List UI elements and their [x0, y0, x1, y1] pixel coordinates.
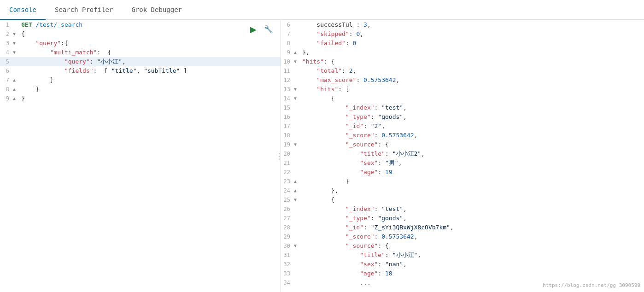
output-text: "sex": "男",	[300, 158, 402, 168]
resize-handle[interactable]	[278, 20, 281, 292]
output-line-number: 29	[281, 232, 294, 241]
output-line: 15 "_index": "test",	[281, 103, 644, 112]
line-number: 8	[0, 85, 13, 94]
output-fold-icon[interactable]: ▲	[294, 177, 300, 186]
editor-line: 3▼ "query":{	[0, 39, 281, 48]
output-text: "_type": "goods",	[300, 112, 407, 122]
output-line: 25▼ {	[281, 195, 644, 204]
output-line-number: 30	[281, 241, 294, 251]
fold-icon[interactable]: ▲	[13, 94, 19, 103]
drag-dot-3	[279, 158, 280, 160]
output-line-number: 12	[281, 76, 294, 85]
code-text: }	[19, 76, 53, 85]
code-text: GET /test/_search	[19, 20, 82, 29]
output-fold-icon[interactable]: ▼	[294, 140, 300, 149]
output-text: {	[300, 94, 334, 103]
fold-icon[interactable]: ▲	[13, 76, 19, 85]
output-text: "_score": 0.5753642,	[300, 131, 417, 140]
output-text: "skipped": 0,	[300, 29, 363, 39]
output-line-number: 23	[281, 177, 294, 186]
line-number: 1	[0, 20, 13, 29]
output-line: 27 "_type": "goods",	[281, 214, 644, 223]
output-fold-icon[interactable]: ▲	[294, 186, 300, 195]
code-text: "fields": [ "title", "subTitle" ]	[19, 66, 187, 76]
output-line-number: 34	[281, 278, 294, 287]
run-button[interactable]: ▶	[248, 24, 258, 35]
output-text: "_source": {	[300, 140, 389, 149]
output-line-number: 21	[281, 158, 294, 168]
output-panel[interactable]: 6 successTul : 3,7 "skipped": 0,8 "faile…	[281, 20, 644, 292]
output-line: 21 "sex": "男",	[281, 158, 644, 168]
output-text: "title": "小小江",	[300, 251, 421, 260]
drag-dot-1	[279, 153, 280, 154]
top-navigation: Console Search Profiler Grok Debugger	[0, 0, 644, 20]
output-text: "max_score": 0.5753642,	[300, 76, 399, 85]
output-line-number: 14	[281, 94, 294, 103]
output-fold-icon[interactable]: ▼	[294, 57, 300, 66]
editor-line: 8▲ }	[0, 85, 281, 94]
fold-icon[interactable]: ▲	[13, 85, 19, 94]
output-line-number: 32	[281, 260, 294, 269]
output-line: 6 successTul : 3,	[281, 20, 644, 29]
output-line: 20 "title": "小小江2",	[281, 149, 644, 158]
settings-button[interactable]: 🔧	[262, 24, 275, 35]
output-text: "_id": "Z_sYi3QBxWjX8cOVb7km",	[300, 223, 454, 232]
fold-icon[interactable]: ▼	[13, 39, 19, 48]
output-line-number: 8	[281, 39, 294, 48]
output-line: 17 "_id": "2",	[281, 122, 644, 131]
editor-area[interactable]: 1GET /test/_search2▼{3▼ "query":{4▼ "mul…	[0, 20, 281, 292]
line-number: 6	[0, 66, 13, 76]
output-line-number: 9	[281, 48, 294, 57]
output-text: }	[300, 177, 349, 186]
output-line: 32 "sex": "nan",	[281, 260, 644, 269]
output-line-number: 22	[281, 168, 294, 177]
output-text: "_type": "goods",	[300, 214, 407, 223]
output-line-number: 11	[281, 66, 294, 76]
line-number: 2	[0, 29, 13, 39]
code-text: }	[19, 85, 39, 94]
output-line-number: 26	[281, 204, 294, 214]
output-text: "hits": [	[300, 85, 349, 94]
editor-line: 7▲ }	[0, 76, 281, 85]
output-line: 28 "_id": "Z_sYi3QBxWjX8cOVb7km",	[281, 223, 644, 232]
output-line: 26 "_index": "test",	[281, 204, 644, 214]
output-line-number: 16	[281, 112, 294, 122]
fold-icon[interactable]: ▼	[13, 29, 19, 39]
line-number: 7	[0, 76, 13, 85]
tab-grok-debugger[interactable]: Grok Debugger	[122, 0, 191, 20]
tab-search-profiler[interactable]: Search Profiler	[46, 0, 122, 20]
code-text: "query": "小小江",	[19, 57, 126, 66]
output-text: "sex": "nan",	[300, 260, 407, 269]
output-line: 13▼ "hits": [	[281, 85, 644, 94]
output-text: "age": 18	[300, 269, 392, 278]
output-line: 31 "title": "小小江",	[281, 251, 644, 260]
output-text: "_index": "test",	[300, 204, 407, 214]
editor-panel: ▶ 🔧 1GET /test/_search2▼{3▼ "query":{4▼ …	[0, 20, 281, 292]
output-text: "_index": "test",	[300, 103, 407, 112]
editor-line: 1GET /test/_search	[0, 20, 281, 29]
line-number: 5	[0, 57, 13, 66]
output-line-number: 6	[281, 20, 294, 29]
output-fold-icon[interactable]: ▼	[294, 241, 300, 251]
output-text: "total": 2,	[300, 66, 356, 76]
output-line: 18 "_score": 0.5753642,	[281, 131, 644, 140]
output-line: 9▲},	[281, 48, 644, 57]
output-fold-icon[interactable]: ▼	[294, 195, 300, 204]
output-line-number: 7	[281, 29, 294, 39]
editor-line: 9▲}	[0, 94, 281, 103]
output-text: "_id": "2",	[300, 122, 385, 131]
output-line: 10▼"hits": {	[281, 57, 644, 66]
output-line: 33 "age": 18	[281, 269, 644, 278]
output-fold-icon[interactable]: ▲	[294, 48, 300, 57]
code-text: {	[19, 29, 25, 39]
fold-icon[interactable]: ▼	[13, 48, 19, 57]
drag-dot-2	[279, 156, 280, 157]
tab-console[interactable]: Console	[0, 0, 46, 20]
output-text: ...	[300, 278, 371, 287]
output-line-number: 31	[281, 251, 294, 260]
output-line-number: 27	[281, 214, 294, 223]
output-fold-icon[interactable]: ▼	[294, 85, 300, 94]
output-line: 19▼ "_source": {	[281, 140, 644, 149]
output-fold-icon[interactable]: ▼	[294, 94, 300, 103]
output-line-number: 15	[281, 103, 294, 112]
